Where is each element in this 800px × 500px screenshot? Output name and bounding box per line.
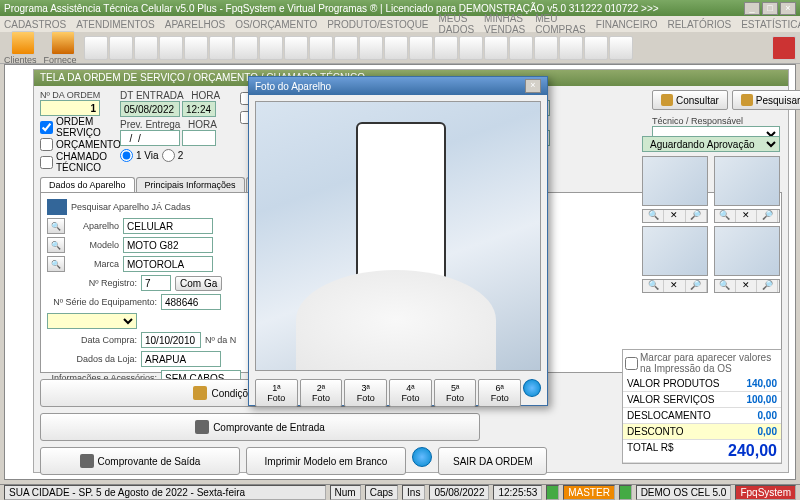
close-button[interactable]: × [780, 2, 796, 15]
dt-prev-input[interactable] [120, 130, 180, 146]
thumb-2-controls[interactable]: 🔍✕🔎 [714, 209, 780, 223]
menu-item[interactable]: CADASTROS [4, 19, 66, 30]
thumb-1-controls[interactable]: 🔍✕🔎 [642, 209, 708, 223]
foto6-button[interactable]: 6ª Foto [478, 379, 521, 407]
minimize-button[interactable]: _ [744, 2, 760, 15]
toolbar-button[interactable] [459, 36, 483, 60]
foto5-button[interactable]: 5ª Foto [434, 379, 477, 407]
sair-ordem-button[interactable]: SAIR DA ORDEM [438, 447, 547, 475]
nav-forward-icon[interactable] [412, 447, 432, 467]
via2-radio[interactable] [162, 149, 175, 162]
menu-item[interactable]: FINANCEIRO [596, 19, 658, 30]
menu-item[interactable]: PRODUTO/ESTOQUE [327, 19, 428, 30]
foto3-button[interactable]: 3ª Foto [344, 379, 387, 407]
foto1-button[interactable]: 1ª Foto [255, 379, 298, 407]
toolbar-button[interactable] [184, 36, 208, 60]
thumb-4-controls[interactable]: 🔍✕🔎 [714, 279, 780, 293]
statusbar: SUA CIDADE - SP. 5 de Agosto de 2022 - S… [0, 484, 800, 500]
datacompra-input[interactable] [141, 332, 201, 348]
menu-item[interactable]: MINHAS VENDAS [484, 13, 525, 35]
toolbar-button[interactable] [484, 36, 508, 60]
thumb-1[interactable] [642, 156, 708, 206]
modal-title: Foto do Aparelho [255, 81, 331, 92]
toolbar-button[interactable] [209, 36, 233, 60]
dt-entrada-input[interactable] [120, 101, 180, 117]
menu-item[interactable]: ESTATÍSTICA [741, 19, 800, 30]
tab-principais-info[interactable]: Principais Informações [136, 177, 245, 192]
search-aparelho-button[interactable]: 🔍 [47, 218, 65, 234]
search-marca-button[interactable]: 🔍 [47, 256, 65, 272]
toolbar-close-icon[interactable] [772, 36, 796, 60]
menu-item[interactable]: RELATÓRIOS [667, 19, 731, 30]
app-title: Programa Assistência Técnica Celular v5.… [4, 3, 659, 14]
toolbar-button[interactable] [309, 36, 333, 60]
via1-radio[interactable] [120, 149, 133, 162]
status-select[interactable]: Aguardando Aprovação [642, 136, 780, 152]
search-modelo-button[interactable]: 🔍 [47, 237, 65, 253]
comprovante-saida-button[interactable]: Comprovante de Saída [40, 447, 240, 475]
device-icon [47, 199, 67, 215]
tab-dados-aparelho[interactable]: Dados do Aparelho [40, 177, 135, 192]
menu-item[interactable]: APARELHOS [165, 19, 225, 30]
imprimir-branco-button[interactable]: Imprimir Modelo em Branco [246, 447, 406, 475]
printer-icon [195, 420, 209, 434]
ordem-label: Nº DA ORDEM [40, 90, 110, 100]
thumb-2[interactable] [714, 156, 780, 206]
toolbar-fornece-icon[interactable] [51, 31, 75, 55]
toolbar-clientes-icon[interactable] [11, 31, 35, 55]
modelo-input[interactable] [123, 237, 213, 253]
toolbar-button[interactable] [609, 36, 633, 60]
toolbar-button[interactable] [334, 36, 358, 60]
valor-desconto: 0,00 [758, 426, 777, 437]
toolbar-button[interactable] [559, 36, 583, 60]
toolbar-button[interactable] [534, 36, 558, 60]
orcamento-check[interactable] [40, 138, 53, 151]
toolbar-button[interactable] [259, 36, 283, 60]
ordem-input[interactable] [40, 100, 100, 116]
valor-servicos: 100,00 [746, 394, 777, 405]
toolbar-button[interactable] [509, 36, 533, 60]
ordem-servico-check[interactable] [40, 121, 53, 134]
menu-item[interactable]: OS/ORÇAMENTO [235, 19, 317, 30]
toolbar-button[interactable] [584, 36, 608, 60]
hr-prev-input[interactable] [182, 130, 216, 146]
toolbar-button[interactable] [384, 36, 408, 60]
toolbar-button[interactable] [234, 36, 258, 60]
comprovante-entrada-button[interactable]: Comprovante de Entrada [40, 413, 480, 441]
thumb-3-controls[interactable]: 🔍✕🔎 [642, 279, 708, 293]
aparelho-input[interactable] [123, 218, 213, 234]
nserie-input[interactable] [161, 294, 221, 310]
window-titlebar: Programa Assistência Técnica Celular v5.… [0, 0, 800, 16]
marca-input[interactable] [123, 256, 213, 272]
thumb-3[interactable] [642, 226, 708, 276]
status-flag-2 [619, 485, 632, 500]
total-rs: 240,00 [728, 442, 777, 460]
toolbar-button[interactable] [134, 36, 158, 60]
menu-item[interactable]: MEUS DADOS [439, 13, 475, 35]
chamado-check[interactable] [40, 156, 53, 169]
thumb-4[interactable] [714, 226, 780, 276]
menubar: CADASTROS ATENDIMENTOS APARELHOS OS/ORÇA… [0, 16, 800, 32]
marcar-impressao-check[interactable] [625, 357, 638, 370]
maximize-button[interactable]: □ [762, 2, 778, 15]
cor-select[interactable] [47, 313, 137, 329]
toolbar-button[interactable] [409, 36, 433, 60]
registro-input[interactable] [141, 275, 171, 291]
garantia-button[interactable]: Com Ga [175, 276, 222, 291]
toolbar-button[interactable] [359, 36, 383, 60]
foto2-button[interactable]: 2ª Foto [300, 379, 343, 407]
pesquisar-button[interactable]: Pesquisar [732, 90, 800, 110]
toolbar-button[interactable] [109, 36, 133, 60]
loja-input[interactable] [141, 351, 221, 367]
hr-entrada-input[interactable] [182, 101, 216, 117]
menu-item[interactable]: ATENDIMENTOS [76, 19, 155, 30]
consultar-button[interactable]: Consultar [652, 90, 728, 110]
toolbar-button[interactable] [84, 36, 108, 60]
foto-nav-icon[interactable] [523, 379, 541, 397]
menu-item[interactable]: MEU COMPRAS [535, 13, 586, 35]
modal-close-button[interactable]: × [525, 79, 541, 93]
toolbar-button[interactable] [159, 36, 183, 60]
toolbar-button[interactable] [434, 36, 458, 60]
foto4-button[interactable]: 4ª Foto [389, 379, 432, 407]
toolbar-button[interactable] [284, 36, 308, 60]
